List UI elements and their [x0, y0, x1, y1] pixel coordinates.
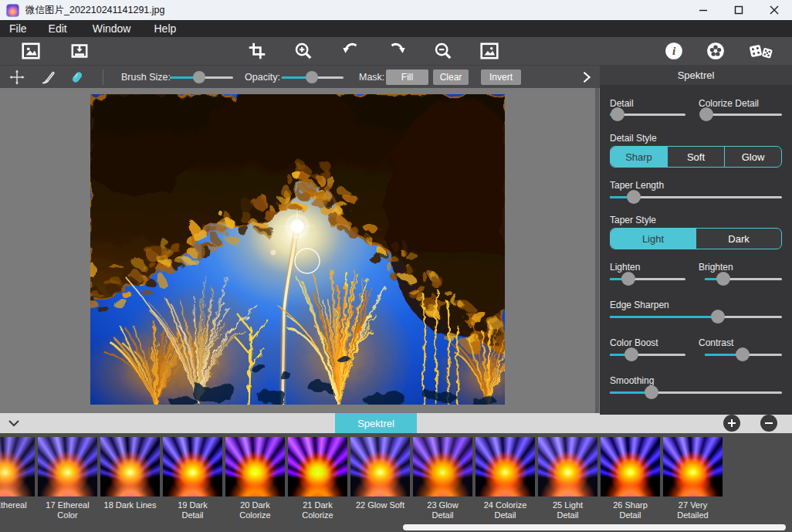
- opacity-slider[interactable]: [282, 69, 344, 85]
- preset-thumbnail[interactable]: [413, 437, 472, 496]
- redo-icon[interactable]: [387, 41, 407, 61]
- window-title: 微信图片_202210241141291.jpg: [25, 4, 164, 17]
- add-preset-button[interactable]: [723, 415, 740, 432]
- preset-item[interactable]: 26 Sharp Detail: [601, 437, 660, 520]
- eraser-tool-icon[interactable]: [69, 69, 86, 86]
- brighten-slider[interactable]: [705, 271, 782, 286]
- smoothing-slider[interactable]: [610, 385, 782, 400]
- brush-size-slider[interactable]: [170, 69, 233, 85]
- settings-icon[interactable]: [706, 41, 726, 61]
- preset-thumbnail[interactable]: [225, 437, 285, 496]
- minimize-button[interactable]: [685, 0, 721, 20]
- preset-item[interactable]: 21 Dark Colorize: [288, 437, 347, 520]
- preset-label: 23 Glow Detail: [413, 500, 472, 520]
- taper-style-dark[interactable]: Dark: [696, 229, 781, 249]
- preset-label: 21 Dark Colorize: [288, 500, 347, 520]
- brush-size-label: Brush Size:: [121, 72, 171, 83]
- preset-thumbnail[interactable]: [350, 437, 410, 496]
- preset-item[interactable]: 20 Dark Colorize: [225, 437, 285, 520]
- slider-thumb[interactable]: [611, 107, 624, 121]
- mask-clear-button[interactable]: Clear: [433, 69, 469, 85]
- preset-thumbnail[interactable]: [288, 437, 347, 496]
- preset-item[interactable]: 17 Ethereal Color: [38, 437, 97, 520]
- slider-thumb[interactable]: [736, 347, 750, 361]
- slider-thumb[interactable]: [624, 347, 638, 361]
- remove-preset-button[interactable]: [760, 415, 777, 432]
- detail-style-sharp[interactable]: Sharp: [611, 147, 667, 167]
- menu-edit[interactable]: Edit: [47, 22, 69, 35]
- preset-label: 25 Light Detail: [538, 500, 597, 520]
- minimize-icon: [699, 5, 708, 15]
- preset-label: 17 Ethereal Color: [38, 500, 97, 520]
- slider-thumb[interactable]: [699, 107, 713, 121]
- colorize-detail-slider[interactable]: [705, 107, 782, 122]
- detail-style-glow[interactable]: Glow: [724, 147, 781, 167]
- crop-icon[interactable]: [247, 41, 267, 61]
- taper-length-slider[interactable]: [610, 189, 782, 205]
- panel-scrollbar[interactable]: [595, 88, 599, 413]
- open-image-icon[interactable]: [21, 41, 41, 61]
- info-icon[interactable]: i: [664, 41, 684, 61]
- slider-thumb[interactable]: [711, 310, 725, 324]
- edge-sharpen-slider[interactable]: [610, 309, 782, 324]
- move-tool-icon[interactable]: [8, 69, 25, 86]
- slider-thumb[interactable]: [716, 272, 730, 286]
- brush-toolbar: Brush Size: Opacity: Mask: Fill Clear In…: [0, 65, 600, 88]
- preset-thumbnail[interactable]: [601, 437, 660, 496]
- color-boost-slider[interactable]: [610, 347, 685, 362]
- lighten-slider[interactable]: [610, 271, 685, 286]
- minus-icon: [764, 418, 773, 428]
- effect-panel: Spektrel Detail Colorize Detail Detail S…: [600, 65, 792, 415]
- zoom-in-icon[interactable]: [293, 41, 313, 61]
- preset-thumbnail[interactable]: [100, 437, 160, 496]
- lotus-preview-image: [601, 437, 660, 496]
- save-image-icon[interactable]: [69, 41, 90, 61]
- preset-item[interactable]: 25 Light Detail: [538, 437, 597, 520]
- preset-scrollbar-thumb[interactable]: [403, 524, 786, 530]
- preset-label: 18 Dark Lines: [100, 500, 160, 510]
- mask-invert-button[interactable]: Invert: [481, 69, 521, 85]
- preset-label: 19 Dark Detail: [163, 500, 222, 520]
- edited-photo[interactable]: [90, 94, 505, 405]
- preset-item[interactable]: 23 Glow Detail: [413, 437, 472, 520]
- slider-thumb[interactable]: [645, 385, 658, 399]
- preset-thumbnail[interactable]: [538, 437, 597, 496]
- slider-thumb[interactable]: [306, 71, 318, 83]
- menu-file[interactable]: File: [8, 22, 29, 35]
- taper-style-light[interactable]: Light: [611, 229, 696, 249]
- collapse-chevron-icon[interactable]: [8, 418, 20, 429]
- toolbar-divider: [103, 69, 103, 85]
- close-button[interactable]: [756, 0, 792, 20]
- preset-thumbnail[interactable]: [476, 437, 535, 496]
- preset-thumbnail[interactable]: [163, 437, 222, 496]
- undo-icon[interactable]: [341, 41, 361, 61]
- menu-help[interactable]: Help: [152, 22, 178, 35]
- expand-chevron-icon[interactable]: [580, 71, 593, 83]
- preset-item[interactable]: 18 Dark Lines: [100, 437, 160, 520]
- brush-tool-icon[interactable]: [40, 69, 57, 86]
- mask-fill-button[interactable]: Fill: [386, 69, 428, 85]
- preset-item[interactable]: 22 Glow Soft: [350, 437, 410, 520]
- preset-item[interactable]: 16 Ethereal: [0, 437, 35, 520]
- preset-category-tab[interactable]: Spektrel: [335, 413, 417, 433]
- preview-icon[interactable]: [479, 41, 499, 61]
- preset-item[interactable]: 24 Colorize Detail: [476, 437, 535, 520]
- detail-slider[interactable]: [610, 107, 685, 122]
- zoom-out-icon[interactable]: [433, 41, 453, 61]
- slider-thumb[interactable]: [621, 272, 635, 286]
- slider-thumb[interactable]: [193, 71, 205, 83]
- preset-item[interactable]: 19 Dark Detail: [163, 437, 222, 520]
- opacity-label: Opacity:: [245, 72, 280, 83]
- detail-style-segmented: Sharp Soft Glow: [610, 146, 782, 168]
- preset-item[interactable]: 27 Very Detailed: [663, 437, 723, 520]
- maximize-button[interactable]: [721, 0, 756, 20]
- detail-style-soft[interactable]: Soft: [667, 147, 724, 167]
- preset-thumbnail[interactable]: [663, 437, 723, 496]
- menu-window[interactable]: Window: [91, 22, 133, 35]
- preset-thumbnail[interactable]: [38, 437, 97, 496]
- randomize-dice-icon[interactable]: [749, 41, 773, 61]
- slider-thumb[interactable]: [627, 190, 641, 204]
- contrast-slider[interactable]: [705, 347, 782, 362]
- preset-thumbnail[interactable]: [0, 437, 35, 496]
- lotus-preview-image: [538, 437, 597, 496]
